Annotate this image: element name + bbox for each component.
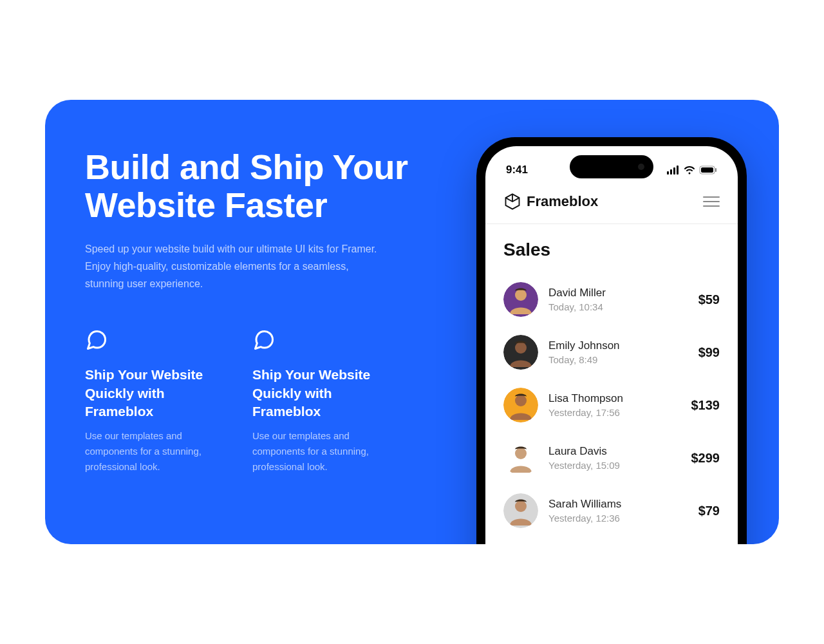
sale-time: Today, 8:49 — [548, 354, 688, 365]
svg-rect-2 — [673, 167, 675, 175]
sale-name: Laura Davis — [548, 445, 681, 458]
chat-icon — [85, 328, 108, 352]
sale-item[interactable]: David MillerToday, 10:34$59 — [503, 273, 720, 326]
hero-content: Build and Ship Your Website Faster Speed… — [45, 100, 431, 544]
svg-rect-1 — [670, 169, 672, 175]
feature-card: Ship Your Website Quickly with Frameblox… — [85, 328, 220, 475]
svg-point-12 — [515, 395, 527, 406]
sale-item[interactable]: Sarah WilliamsYesterday, 12:36$79 — [503, 484, 720, 537]
sale-item[interactable]: Laura DavisYesterday, 15:09$299 — [503, 431, 720, 484]
sale-amount: $59 — [698, 292, 720, 307]
sale-item[interactable]: Lisa ThompsonYesterday, 17:56$139 — [503, 379, 720, 431]
phone-notch — [570, 155, 653, 178]
hero-title: Build and Ship Your Website Faster — [85, 148, 431, 225]
avatar — [503, 388, 538, 422]
menu-icon[interactable] — [703, 196, 720, 207]
svg-rect-6 — [715, 168, 716, 172]
feature-description: Use our templates and components for a s… — [252, 428, 388, 475]
sale-info: Lisa ThompsonYesterday, 17:56 — [548, 392, 681, 418]
sale-info: David MillerToday, 10:34 — [548, 287, 688, 312]
avatar — [503, 493, 538, 528]
sale-time: Yesterday, 15:09 — [548, 460, 681, 471]
svg-point-10 — [515, 342, 527, 354]
feature-card: Ship Your Website Quickly with Frameblox… — [252, 328, 388, 475]
brand-name: Frameblox — [527, 193, 598, 210]
cellular-icon — [667, 166, 680, 175]
sale-amount: $139 — [691, 398, 720, 413]
feature-title: Ship Your Website Quickly with Frameblox — [252, 366, 388, 421]
svg-rect-0 — [667, 171, 669, 175]
sale-time: Yesterday, 12:36 — [548, 513, 688, 524]
app-header: Frameblox — [485, 181, 738, 224]
sale-info: Emily JohnsonToday, 8:49 — [548, 339, 688, 365]
svg-rect-5 — [701, 167, 713, 173]
avatar — [503, 335, 538, 370]
sale-info: Sarah WilliamsYesterday, 12:36 — [548, 498, 688, 524]
svg-point-16 — [515, 500, 527, 512]
sale-time: Today, 10:34 — [548, 301, 688, 312]
sale-amount: $299 — [691, 451, 720, 466]
phone-mockup: 9:41 — [476, 137, 747, 544]
sale-name: Lisa Thompson — [548, 392, 681, 405]
sale-time: Yesterday, 17:56 — [548, 407, 681, 418]
hero-description: Speed up your website build with our ult… — [85, 240, 381, 293]
svg-point-14 — [515, 448, 527, 459]
svg-rect-3 — [677, 166, 679, 175]
feature-description: Use our templates and components for a s… — [85, 428, 220, 475]
avatar — [503, 440, 538, 475]
battery-icon — [699, 166, 717, 175]
sales-list: David MillerToday, 10:34$59Emily Johnson… — [503, 273, 720, 537]
chat-icon — [252, 328, 276, 352]
brand[interactable]: Frameblox — [503, 193, 598, 211]
phone-screen: 9:41 — [485, 146, 738, 544]
sale-info: Laura DavisYesterday, 15:09 — [548, 445, 681, 471]
avatar — [503, 282, 538, 317]
status-indicators — [667, 166, 717, 175]
svg-point-8 — [515, 289, 527, 301]
hero-card: Build and Ship Your Website Faster Speed… — [45, 100, 779, 544]
features-row: Ship Your Website Quickly with Frameblox… — [85, 328, 431, 475]
sale-item[interactable]: Emily JohnsonToday, 8:49$99 — [503, 326, 720, 379]
sale-name: Emily Johnson — [548, 339, 688, 352]
feature-title: Ship Your Website Quickly with Frameblox — [85, 366, 220, 421]
brand-logo-icon — [503, 193, 521, 211]
sales-title: Sales — [503, 240, 720, 260]
sales-section: Sales David MillerToday, 10:34$59Emily J… — [485, 224, 738, 537]
sale-name: David Miller — [548, 287, 688, 299]
sale-amount: $79 — [698, 504, 720, 518]
wifi-icon — [684, 166, 695, 175]
sale-amount: $99 — [698, 345, 720, 360]
phone-frame: 9:41 — [476, 137, 747, 544]
status-time: 9:41 — [506, 164, 528, 176]
sale-name: Sarah Williams — [548, 498, 688, 511]
